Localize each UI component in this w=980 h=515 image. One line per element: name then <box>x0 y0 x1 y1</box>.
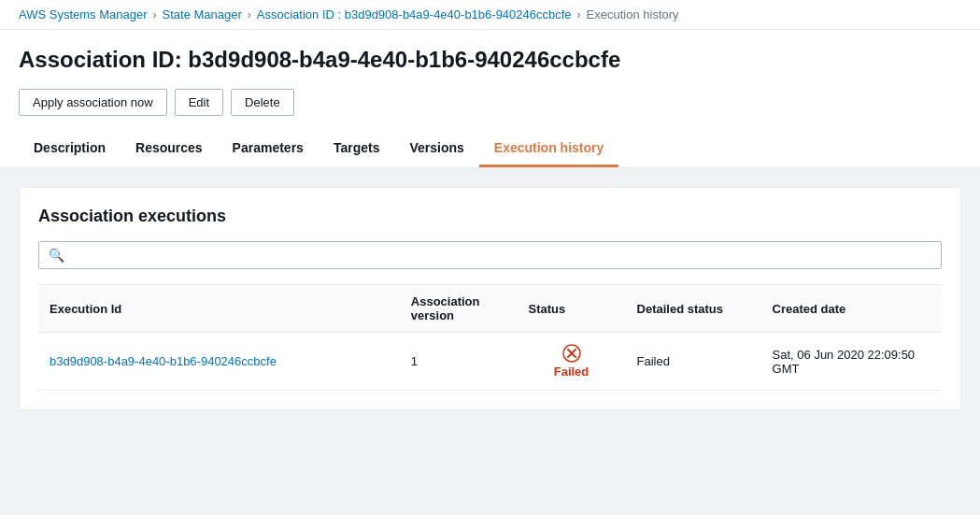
execution-id-link[interactable]: b3d9d908-b4a9-4e40-b1b6-940246ccbcfe <box>50 354 277 368</box>
status-cell: Failed <box>529 344 615 379</box>
search-box[interactable]: 🔍 <box>38 241 942 269</box>
association-executions-card: Association executions 🔍 Execution Id As… <box>19 187 961 410</box>
search-icon: 🔍 <box>49 248 64 263</box>
tab-description[interactable]: Description <box>19 131 121 167</box>
content-area: Association executions 🔍 Execution Id As… <box>0 168 980 429</box>
td-assoc-version: 1 <box>400 333 518 391</box>
breadcrumb-link-systems-manager[interactable]: AWS Systems Manager <box>19 7 148 21</box>
edit-button[interactable]: Edit <box>175 89 223 116</box>
tab-resources[interactable]: Resources <box>121 131 218 167</box>
search-input[interactable] <box>72 248 931 263</box>
executions-table: Execution Id Association version Status … <box>38 284 942 391</box>
page-header: Association ID: b3d9d908-b4a9-4e40-b1b6-… <box>0 30 980 168</box>
th-assoc-version: Association version <box>400 285 518 333</box>
breadcrumb-sep-3: › <box>577 8 581 21</box>
page-title: Association ID: b3d9d908-b4a9-4e40-b1b6-… <box>19 45 961 74</box>
breadcrumb-sep-2: › <box>248 8 251 21</box>
th-detailed-status: Detailed status <box>626 285 761 333</box>
breadcrumb-link-association-id[interactable]: Association ID : b3d9d908-b4a9-4e40-b1b6… <box>257 7 572 21</box>
td-detailed-status: Failed <box>626 333 761 391</box>
tab-execution-history[interactable]: Execution history <box>479 131 618 167</box>
breadcrumb-sep-1: › <box>153 8 157 21</box>
apply-association-button[interactable]: Apply association now <box>19 89 167 116</box>
table-header-row: Execution Id Association version Status … <box>38 285 942 333</box>
breadcrumb: AWS Systems Manager › State Manager › As… <box>0 0 980 30</box>
section-title: Association executions <box>38 207 942 226</box>
table-row: b3d9d908-b4a9-4e40-b1b6-940246ccbcfe 1 F… <box>38 333 942 391</box>
td-status: Failed <box>518 333 626 391</box>
delete-button[interactable]: Delete <box>231 89 294 116</box>
th-status: Status <box>518 285 626 333</box>
breadcrumb-link-state-manager[interactable]: State Manager <box>163 7 242 21</box>
tabs-bar: Description Resources Parameters Targets… <box>19 131 961 167</box>
status-failed-text: Failed <box>554 365 589 379</box>
th-created-date: Created date <box>761 285 942 333</box>
td-created-date: Sat, 06 Jun 2020 22:09:50 GMT <box>761 333 942 391</box>
tab-versions[interactable]: Versions <box>394 131 478 167</box>
th-execution-id: Execution Id <box>38 285 400 333</box>
tab-targets[interactable]: Targets <box>319 131 395 167</box>
action-buttons: Apply association now Edit Delete <box>19 89 961 116</box>
tab-parameters[interactable]: Parameters <box>218 131 319 167</box>
breadcrumb-current: Execution history <box>587 7 679 21</box>
failed-icon <box>562 344 581 363</box>
td-execution-id: b3d9d908-b4a9-4e40-b1b6-940246ccbcfe <box>38 333 400 391</box>
